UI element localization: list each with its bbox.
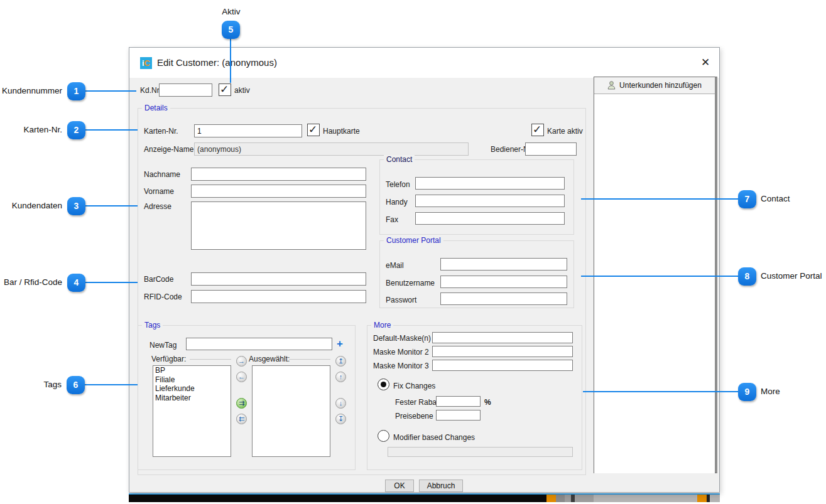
move-bottom-button[interactable]: ↧ [335, 414, 346, 424]
callout-line-9 [583, 391, 738, 392]
contact-group-label: Contact [384, 155, 415, 164]
move-up-button[interactable]: ↑ [335, 372, 346, 382]
arrow-right-icon: → [238, 357, 245, 365]
taskbar-segment [565, 495, 571, 502]
maske-monitor2-label: Maske Monitor 2 [373, 348, 429, 357]
cancel-button[interactable]: Abbruch [419, 480, 463, 492]
available-tags-list[interactable]: BP Filiale Lieferkunde Mitarbeiter [153, 365, 231, 457]
hauptkarte-checkbox[interactable]: ✓ [307, 124, 320, 136]
aktiv-checkbox[interactable]: ✓ [219, 83, 231, 96]
karten-nr-input[interactable] [194, 124, 302, 137]
taskbar-segment [129, 495, 546, 502]
arrow-to-bottom-icon: ↧ [338, 415, 344, 422]
fester-rabatt-input[interactable] [436, 396, 481, 407]
preisebene-label: Preisebene [395, 412, 433, 421]
preisebene-input[interactable] [436, 410, 481, 421]
arrow-left-icon: ← [238, 373, 245, 380]
move-all-right-button[interactable]: ⇉ [236, 398, 247, 409]
maske-monitor2-input[interactable] [432, 346, 573, 357]
barcode-label: BarCode [144, 275, 173, 284]
telefon-input[interactable] [415, 177, 565, 190]
callout-line-7 [581, 198, 738, 200]
check-icon: ✓ [220, 83, 229, 96]
move-top-button[interactable]: ↥ [335, 356, 346, 367]
modifier-changes-label: Modifier based Changes [393, 433, 475, 442]
vorname-input[interactable] [191, 185, 366, 198]
selected-tags-label: Ausgewählt: [249, 355, 290, 363]
subcustomer-list[interactable] [594, 94, 715, 473]
callout-badge-3: 3 [67, 197, 85, 215]
fax-input[interactable] [415, 212, 565, 225]
adresse-label: Adresse [144, 202, 171, 211]
callout-line-4 [85, 282, 138, 283]
adresse-textarea[interactable] [191, 201, 366, 250]
percent-label: % [484, 398, 491, 407]
fester-rabatt-label: Fester Rabatt [395, 398, 441, 407]
background-taskbar-sliver [129, 493, 720, 502]
move-right-button[interactable]: → [236, 356, 247, 367]
check-icon: ✓ [308, 123, 317, 136]
list-item[interactable]: BP [153, 366, 231, 375]
customer-portal-group-label: Customer Portal [384, 236, 443, 245]
passwort-input[interactable] [440, 292, 567, 305]
kdnr-input[interactable] [159, 83, 212, 97]
subcustomer-panel: Unterkunden hinzufügen [594, 77, 717, 473]
benutzername-label: Benutzername [386, 279, 435, 287]
newtag-label: NewTag [149, 341, 177, 350]
selected-separator [289, 359, 330, 360]
modifier-changes-radio[interactable] [378, 430, 389, 442]
karte-aktiv-checkbox[interactable]: ✓ [531, 124, 544, 136]
callout-line-6 [85, 384, 138, 385]
rfid-input[interactable] [191, 290, 366, 303]
taskbar-segments [129, 495, 720, 502]
fix-changes-label: Fix Changes [393, 382, 435, 390]
taskbar-segment [697, 495, 707, 502]
title-bar: iC Edit Customer: (anonymous) ✕ [129, 48, 719, 78]
details-group-label: Details [142, 104, 170, 112]
move-left-button[interactable]: ← [236, 372, 247, 382]
anzeige-name-label: Anzeige-Name [144, 145, 193, 154]
nachname-input[interactable] [191, 168, 366, 181]
callout-label-contact: Contact [761, 194, 790, 203]
taskbar-segment [710, 495, 720, 502]
move-all-left-button[interactable]: ⇇ [236, 414, 247, 424]
anzeige-name-input [194, 142, 469, 156]
maske-monitor3-input[interactable] [432, 360, 573, 371]
app-logo-c: C [144, 58, 150, 68]
list-item[interactable]: Mitarbeiter [153, 394, 231, 403]
callout-badge-6: 6 [67, 376, 85, 394]
arrow-up-icon: ↑ [339, 373, 343, 380]
handy-input[interactable] [415, 195, 565, 207]
fix-changes-radio[interactable] [378, 378, 389, 390]
callout-label-kundennummer: Kundennummer [2, 86, 62, 95]
ok-button[interactable]: OK [385, 480, 414, 492]
double-arrow-right-icon: ⇉ [239, 399, 244, 407]
callout-line-2 [85, 129, 138, 131]
add-tag-button[interactable]: + [337, 338, 343, 349]
email-input[interactable] [440, 258, 567, 271]
default-maske-input[interactable] [432, 332, 573, 343]
list-item[interactable]: Filiale [153, 375, 231, 385]
available-separator [190, 359, 231, 360]
selected-tags-list[interactable] [252, 365, 330, 457]
available-tags-label: Verfügbar: [151, 355, 186, 363]
benutzername-input[interactable] [440, 276, 567, 288]
karte-aktiv-label: Karte aktiv [547, 127, 583, 136]
kdnr-label: Kd.Nr. [140, 86, 161, 95]
maske-monitor3-label: Maske Monitor 3 [373, 362, 429, 370]
callout-badge-4: 4 [67, 274, 85, 292]
add-subcustomer-button[interactable]: Unterkunden hinzufügen [594, 77, 715, 94]
passwort-label: Passwort [386, 296, 416, 304]
newtag-input[interactable] [186, 338, 332, 350]
barcode-input[interactable] [191, 272, 366, 286]
app-logo-icon: iC [140, 57, 152, 69]
callout-label-kundendaten: Kundendaten [12, 201, 62, 210]
callout-label-more: More [761, 387, 780, 396]
move-down-button[interactable]: ↓ [335, 398, 346, 409]
list-item[interactable]: Lieferkunde [153, 384, 231, 394]
rfid-label: RFID-Code [144, 292, 182, 301]
taskbar-segment [575, 495, 594, 502]
close-icon[interactable]: ✕ [698, 55, 713, 70]
bediener-nr-input[interactable] [525, 142, 577, 156]
handy-label: Handy [386, 198, 408, 206]
